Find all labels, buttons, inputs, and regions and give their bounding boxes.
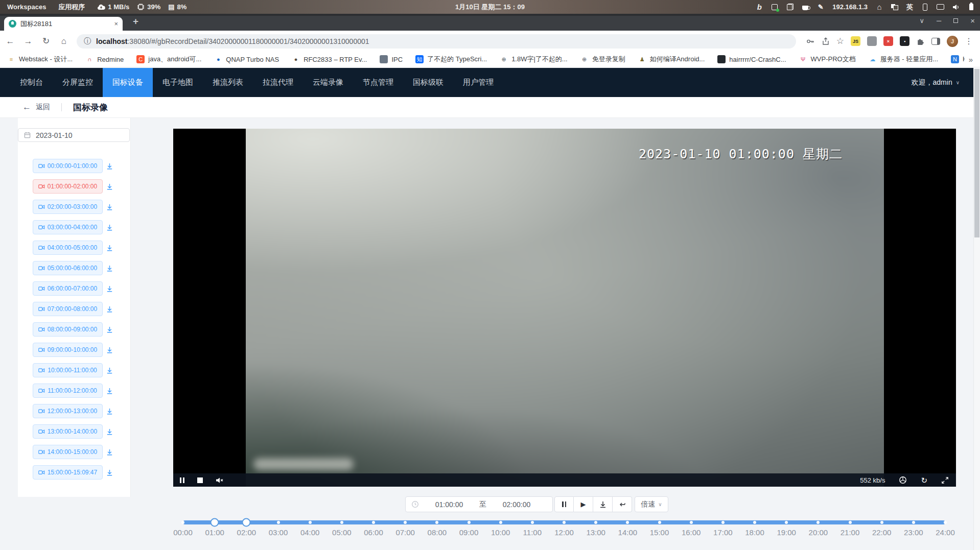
home-icon[interactable]: ⌂	[59, 36, 69, 46]
bookmark-item[interactable]: 知 了不起的 TypeScri...	[415, 55, 487, 64]
url-bar[interactable]: ⓘ localhost:38080/#/gbRecordDetail/34020…	[77, 34, 796, 49]
bookmark-item[interactable]: ☁ 服务器 - 轻量应用...	[869, 55, 938, 64]
bookmark-item[interactable]: ● RFC2833 – RTP Ev...	[292, 55, 367, 63]
window-minimize-icon[interactable]: ─	[937, 17, 941, 25]
site-info-icon[interactable]: ⓘ	[84, 37, 91, 46]
home-tray-icon[interactable]: ⌂	[876, 3, 883, 11]
record-time-button[interactable]: 04:00:00-05:00:00	[33, 241, 103, 255]
browser-tab[interactable]: 国标28181 ×	[4, 17, 123, 31]
bookmark-item[interactable]: N HDAtmos :: 种子 *...	[951, 55, 965, 64]
bookmark-item[interactable]: ♟ 如何编译Android...	[638, 55, 705, 64]
nav-tab[interactable]: 节点管理	[353, 68, 403, 97]
welcome-user-menu[interactable]: 欢迎，admin ∨	[912, 68, 980, 97]
record-time-button[interactable]: 11:00:00-12:00:00	[33, 384, 103, 398]
date-picker-input[interactable]: 2023-01-10	[18, 128, 130, 142]
back-button[interactable]: 返回	[36, 103, 50, 112]
clock[interactable]: 1月10日 星期二 15：09	[455, 3, 525, 12]
record-download-icon[interactable]	[106, 469, 113, 476]
record-download-icon[interactable]	[106, 285, 113, 293]
record-download-icon[interactable]	[106, 224, 113, 231]
nav-tab[interactable]: 分屏监控	[53, 68, 103, 97]
record-time-button[interactable]: 09:00:00-10:00:00	[33, 343, 103, 357]
pen-tool-tray-icon[interactable]: ✎	[817, 3, 824, 11]
play-button[interactable]: ▶	[574, 496, 593, 512]
record-time-button[interactable]: 02:00:00-03:00:00	[33, 200, 103, 214]
display-tray-icon[interactable]	[937, 4, 944, 10]
snapshot-aperture-icon[interactable]	[899, 476, 907, 484]
start-time-value[interactable]: 01:00:00	[419, 500, 479, 509]
record-download-icon[interactable]	[106, 408, 113, 415]
memory-usage-indicator[interactable]: ▤ 8%	[168, 3, 186, 11]
extension-icon[interactable]: ▪	[900, 36, 909, 46]
bookmark-item[interactable]: C java、android可...	[136, 55, 201, 64]
record-download-icon[interactable]	[106, 428, 113, 436]
extension-icon[interactable]	[867, 36, 877, 46]
app-window-tray-icon[interactable]	[771, 4, 778, 10]
mute-speaker-icon[interactable]	[216, 477, 224, 484]
ip-address-indicator[interactable]: 192.168.1.3	[832, 3, 868, 11]
record-time-button[interactable]: 15:00:00-15:09:47	[33, 465, 103, 480]
bookmark-star-icon[interactable]: ☆	[836, 36, 844, 46]
page-scrollbar[interactable]	[973, 68, 980, 550]
bookmarks-overflow-chevron[interactable]: »	[965, 55, 973, 64]
scrollbar-thumb[interactable]	[974, 69, 979, 237]
forward-nav-icon[interactable]: →	[23, 36, 33, 46]
network-speed-indicator[interactable]: 1 MB/s	[97, 3, 129, 11]
nav-tab[interactable]: 电子地图	[153, 68, 203, 97]
timeline-track[interactable]	[183, 520, 945, 524]
nav-tab[interactable]: 拉流代理	[253, 68, 303, 97]
timeline-range-handle[interactable]	[211, 518, 219, 527]
browser-menu-icon[interactable]: ⋮	[965, 36, 973, 46]
input-method-indicator[interactable]: 英	[906, 3, 913, 12]
share-icon[interactable]	[822, 37, 830, 45]
extensions-puzzle-icon[interactable]	[916, 37, 925, 45]
speed-dropdown[interactable]: 倍速 ∨	[635, 496, 668, 512]
record-download-icon[interactable]	[106, 203, 113, 211]
coffee-tray-icon[interactable]	[802, 4, 809, 10]
nav-tab[interactable]: 云端录像	[303, 68, 353, 97]
record-download-icon[interactable]	[106, 448, 113, 456]
bookmark-item[interactable]: hairrrrr/C-CrashC...	[717, 55, 786, 63]
record-download-icon[interactable]	[106, 244, 113, 252]
record-time-button[interactable]: 07:00:00-08:00:00	[33, 302, 103, 316]
extension-icon[interactable]: ×	[883, 36, 893, 46]
workspaces-button[interactable]: Workspaces	[7, 3, 46, 11]
record-time-button[interactable]: 14:00:00-15:00:00	[33, 445, 103, 459]
download-button[interactable]	[593, 496, 613, 512]
nav-tab[interactable]: 推流列表	[203, 68, 253, 97]
back-arrow-icon[interactable]: ←	[22, 102, 31, 112]
record-time-button[interactable]: 00:00:00-01:00:00	[33, 159, 103, 173]
player-pause-icon[interactable]	[180, 477, 184, 483]
battery-indicator[interactable]	[968, 4, 975, 10]
record-time-button[interactable]: 13:00:00-14:00:00	[33, 424, 103, 439]
record-download-icon[interactable]	[106, 326, 113, 333]
record-time-button[interactable]: 10:00:00-11:00:00	[33, 363, 103, 377]
pause-button[interactable]	[554, 496, 574, 512]
record-time-button[interactable]: 05:00:00-06:00:00	[33, 261, 103, 275]
volume-tray-icon[interactable]	[952, 4, 960, 10]
record-download-icon[interactable]	[106, 183, 113, 190]
bookmark-item[interactable]: IPC	[380, 55, 403, 63]
record-time-button[interactable]: 06:00:00-07:00:00	[33, 281, 103, 296]
clipboard-tray-icon[interactable]	[786, 4, 794, 10]
profile-avatar[interactable]: J	[947, 36, 958, 47]
nav-tab[interactable]: 国标级联	[403, 68, 453, 97]
bookmark-item[interactable]: ⊕ 1.8W字|了不起的...	[500, 55, 568, 64]
record-download-icon[interactable]	[106, 162, 113, 170]
bookmark-item[interactable]: ∩ Redmine	[85, 55, 124, 63]
password-key-icon[interactable]	[806, 37, 815, 45]
side-panel-icon[interactable]	[931, 38, 940, 45]
tab-search-chevron-icon[interactable]: ∨	[920, 17, 925, 25]
record-time-button[interactable]: 01:00:00-02:00:00	[33, 179, 103, 194]
video-player[interactable]: 2023-01-10 01:00:00 星期二 552 kb/s ↻	[173, 129, 956, 487]
player-stop-icon[interactable]	[197, 477, 203, 483]
time-range-picker[interactable]: 01:00:00 至 02:00:00	[405, 496, 553, 512]
back-nav-icon[interactable]: ←	[5, 36, 15, 46]
record-time-button[interactable]: 03:00:00-04:00:00	[33, 220, 103, 234]
record-download-icon[interactable]	[106, 387, 113, 395]
bookmark-item[interactable]: ⊕ 免登录复制	[580, 55, 625, 64]
timeline-range-handle[interactable]	[242, 518, 251, 527]
refresh-stream-icon[interactable]: ↻	[921, 476, 927, 484]
record-download-icon[interactable]	[106, 305, 113, 313]
bookmark-item[interactable]: ≡ Webstack - 设计...	[7, 55, 73, 64]
